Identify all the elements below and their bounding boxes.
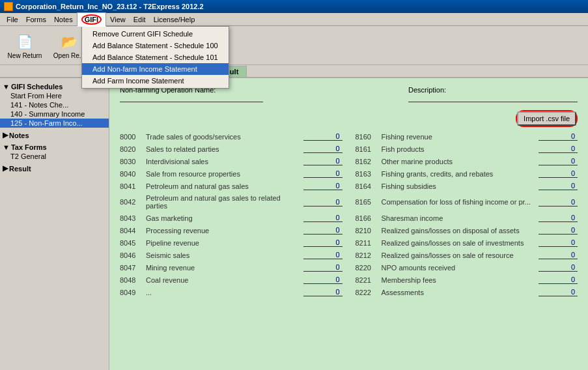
dropdown-remove-gifi[interactable]: Remove Current GIFI Schedule xyxy=(82,28,229,40)
row-code: 8048 xyxy=(120,276,146,284)
menu-view[interactable]: View xyxy=(106,14,130,25)
dropdown-add-nonfarm[interactable]: Add Non-farm Income Statement xyxy=(82,63,229,75)
row-value[interactable]: 0 xyxy=(539,169,578,178)
row-desc: Assessments xyxy=(382,289,539,296)
operation-name-input[interactable] xyxy=(120,94,263,102)
table-row: 8040 Sale from resource properties 0 xyxy=(120,169,343,178)
table-row: 8166 Sharesman income 0 xyxy=(356,214,578,222)
row-code: 8221 xyxy=(356,276,382,284)
row-desc: Membership fees xyxy=(382,276,539,284)
row-value[interactable]: 0 xyxy=(303,263,343,272)
open-return-icon: 📂 xyxy=(59,31,79,52)
table-row: 8165 Compensation for loss of fishing in… xyxy=(356,194,578,210)
row-value[interactable]: 0 xyxy=(539,157,578,165)
row-value[interactable]: 0 xyxy=(539,214,578,222)
row-code: 8164 xyxy=(356,182,382,190)
sidebar-start-from-here[interactable]: Start From Here xyxy=(0,91,109,100)
row-code: 8000 xyxy=(120,133,146,141)
table-row: 8161 Fish products 0 xyxy=(356,145,578,153)
dropdown-add-balance-100[interactable]: Add Balance Statement - Schedule 100 xyxy=(82,40,229,51)
sidebar-notes-checklist[interactable]: 141 - Notes Che... xyxy=(0,100,109,109)
table-row: 8020 Sales to related parties 0 xyxy=(120,145,343,153)
gifi-schedules-label: GIFI Schedules xyxy=(11,83,63,91)
row-desc: Trade sales of goods/services xyxy=(146,133,303,141)
row-value[interactable]: 0 xyxy=(303,214,343,222)
menu-edit[interactable]: Edit xyxy=(130,14,150,25)
table-row: 8048 Coal revenue 0 xyxy=(120,276,343,284)
row-code: 8044 xyxy=(120,227,146,235)
row-code: 8165 xyxy=(356,198,382,206)
sidebar-taxforms-header[interactable]: ▼ Tax Forms xyxy=(0,143,109,152)
table-row: 8043 Gas marketing 0 xyxy=(120,214,343,222)
table-row: 8163 Fishing grants, credits, and rebate… xyxy=(356,169,578,178)
sidebar-t2-general[interactable]: T2 General xyxy=(0,152,109,161)
row-value[interactable]: 0 xyxy=(303,145,343,153)
row-code: 8166 xyxy=(356,214,382,222)
row-desc: Petroleum and natural gas sales to relat… xyxy=(146,194,303,210)
import-csv-button[interactable]: Import .csv file xyxy=(517,111,576,126)
row-value[interactable]: 0 xyxy=(539,145,578,153)
row-value[interactable]: 0 xyxy=(303,226,343,235)
table-row: 8041 Petroleum and natural gas sales 0 xyxy=(120,182,343,190)
menu-notes[interactable]: Notes xyxy=(50,14,77,25)
description-label: Description: xyxy=(408,86,446,94)
menu-gifi[interactable]: GIFI xyxy=(77,12,106,27)
menu-file[interactable]: File xyxy=(3,14,22,25)
app-icon xyxy=(4,2,13,11)
import-circle-highlight: Import .csv file xyxy=(516,110,578,127)
menu-forms[interactable]: Forms xyxy=(22,14,50,25)
new-return-button[interactable]: 📄 New Return xyxy=(5,29,44,63)
row-value[interactable]: 0 xyxy=(303,169,343,178)
new-return-label: New Return xyxy=(8,52,42,59)
sidebar-summary-income[interactable]: 140 - Summary Income xyxy=(0,109,109,119)
row-desc: Petroleum and natural gas sales xyxy=(146,182,303,190)
import-btn-wrapper: Import .csv file xyxy=(120,110,578,127)
row-value[interactable]: 0 xyxy=(539,263,578,272)
row-value[interactable]: 0 xyxy=(539,288,578,296)
row-code: 8040 xyxy=(120,170,146,178)
row-desc: Realized gains/losses on sale of investm… xyxy=(382,239,539,247)
menu-bar: File Forms Notes GIFI View Edit License/… xyxy=(0,13,588,26)
row-value[interactable]: 0 xyxy=(303,132,343,141)
table-row: 8164 Fishing subsidies 0 xyxy=(356,182,578,190)
row-desc: Fishing grants, credits, and rebates xyxy=(382,170,539,178)
row-desc: ... xyxy=(146,289,303,296)
row-value[interactable]: 0 xyxy=(303,198,343,206)
row-value[interactable]: 0 xyxy=(539,238,578,247)
table-row: 8042 Petroleum and natural gas sales to … xyxy=(120,194,343,210)
row-code: 8163 xyxy=(356,170,382,178)
row-code: 8049 xyxy=(120,289,146,296)
sidebar-nonfarm-income[interactable]: 125 - Non-Farm Inco... xyxy=(0,119,109,128)
row-code: 8222 xyxy=(356,289,382,296)
row-value[interactable]: 0 xyxy=(303,157,343,165)
row-value[interactable]: 0 xyxy=(539,198,578,206)
row-value[interactable]: 0 xyxy=(539,276,578,284)
row-value[interactable]: 0 xyxy=(539,226,578,235)
row-code: 8212 xyxy=(356,251,382,259)
sidebar-notes-section: ▶ Notes xyxy=(0,129,109,141)
description-input[interactable] xyxy=(408,94,578,102)
row-code: 8160 xyxy=(356,133,382,141)
row-desc: Seismic sales xyxy=(146,251,303,259)
row-value[interactable]: 0 xyxy=(539,251,578,259)
sidebar-result-header[interactable]: ▶ Result xyxy=(0,164,109,173)
row-value[interactable]: 0 xyxy=(303,251,343,259)
row-value[interactable]: 0 xyxy=(303,288,343,296)
row-desc: Fishing subsidies xyxy=(382,182,539,190)
row-value[interactable]: 0 xyxy=(539,182,578,190)
row-value[interactable]: 0 xyxy=(303,238,343,247)
menu-license[interactable]: License/Help xyxy=(150,14,199,25)
row-value[interactable]: 0 xyxy=(539,132,578,141)
row-desc: Mining revenue xyxy=(146,264,303,272)
data-grid: 8000 Trade sales of goods/services 0 816… xyxy=(120,132,578,298)
row-value[interactable]: 0 xyxy=(303,276,343,284)
table-row: 8212 Realized gains/losses on sale of re… xyxy=(356,251,578,259)
dropdown-add-farm[interactable]: Add Farm Income Statement xyxy=(82,75,229,87)
form-description-group: Description: xyxy=(408,86,578,102)
table-row: 8210 Realized gains/losses on disposal o… xyxy=(356,226,578,235)
row-value[interactable]: 0 xyxy=(303,182,343,190)
sidebar-notes-header[interactable]: ▶ Notes xyxy=(0,130,109,140)
table-row: 8045 Pipeline revenue 0 xyxy=(120,238,343,247)
dropdown-add-balance-101[interactable]: Add Balance Statement - Schedule 101 xyxy=(82,51,229,63)
table-row: 8030 Interdivisional sales 0 xyxy=(120,157,343,165)
